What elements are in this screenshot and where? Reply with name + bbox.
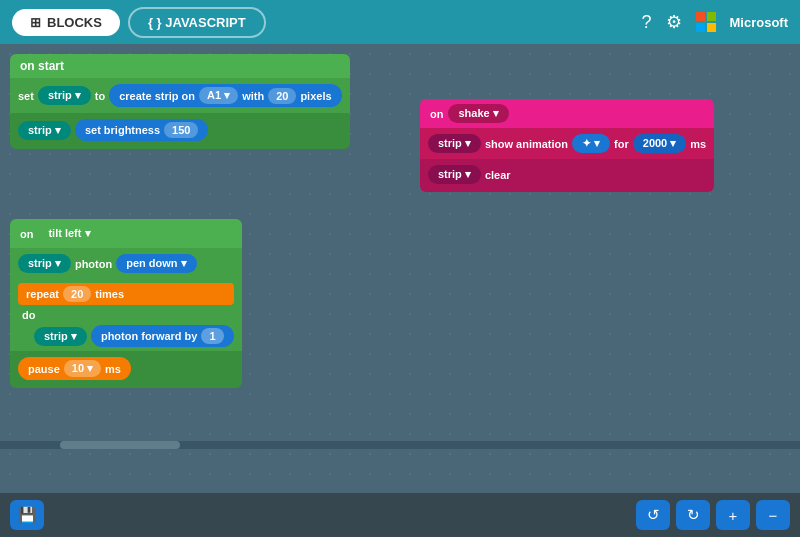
save-button[interactable]: 💾 [10, 500, 44, 530]
tab-blocks-button[interactable]: ⊞ BLOCKS [12, 9, 120, 36]
forward-value[interactable]: 1 [201, 328, 223, 344]
shake-pill[interactable]: shake ▾ [448, 104, 508, 123]
repeat-container: repeat 20 times do strip ▾ photon forwar… [10, 279, 242, 351]
pixels-value[interactable]: 20 [268, 88, 296, 104]
on-tilt-header: on tilt left ▾ [10, 219, 242, 248]
on-tilt-on-label: on [20, 228, 33, 240]
blocks-icon: ⊞ [30, 15, 41, 30]
do-section: do strip ▾ photon forward by 1 [18, 307, 234, 347]
clear-label: clear [485, 169, 511, 181]
photon-forward-row: strip ▾ photon forward by 1 [22, 325, 234, 347]
redo-icon: ↻ [687, 506, 700, 524]
gear-icon: ⚙ [666, 11, 682, 33]
strip-pill-4[interactable]: strip ▾ [34, 327, 87, 346]
set-label: set [18, 90, 34, 102]
header-right: ? ⚙ Microsoft [641, 11, 788, 33]
pause-row: pause 10 ▾ ms [18, 357, 234, 380]
photon-forward-pill[interactable]: photon forward by 1 [91, 325, 234, 347]
set-brightness-pill[interactable]: set brightness 150 [75, 119, 209, 141]
tilt-body: strip ▾ photon pen down ▾ [10, 248, 242, 279]
repeat-value[interactable]: 20 [63, 286, 91, 302]
star-pill[interactable]: ✦ ▾ [572, 134, 610, 153]
footer: 💾 ↺ ↻ + − [0, 493, 800, 537]
redo-button[interactable]: ↻ [676, 500, 710, 530]
help-icon: ? [641, 12, 651, 33]
zoom-in-button[interactable]: + [716, 500, 750, 530]
horizontal-scrollbar[interactable] [0, 441, 800, 449]
pause-value[interactable]: 10 ▾ [64, 360, 101, 377]
scrollbar-thumb[interactable] [60, 441, 180, 449]
on-start-header: on start [10, 54, 350, 78]
times-label: times [95, 288, 124, 300]
strip-pill-1[interactable]: strip ▾ [38, 86, 91, 105]
undo-icon: ↺ [647, 506, 660, 524]
on-start-body: set strip ▾ to create strip on A1 ▾ with… [10, 78, 350, 113]
ms-label: ms [690, 138, 706, 150]
footer-right: ↺ ↻ + − [636, 500, 790, 530]
tab-js-button[interactable]: { } JAVASCRIPT [128, 7, 266, 38]
ms-val-pill[interactable]: 2000 ▾ [633, 134, 687, 153]
on-shake-header: on shake ▾ [420, 99, 714, 128]
repeat-row: repeat 20 times [18, 283, 234, 305]
microsoft-logo [696, 12, 716, 32]
tilt-left-pill[interactable]: tilt left ▾ [38, 224, 100, 243]
show-animation-row: strip ▾ show animation ✦ ▾ for 2000 ▾ ms [428, 134, 706, 153]
help-button[interactable]: ? [641, 12, 651, 33]
on-start-label: on start [20, 59, 64, 73]
on-start-row1: set strip ▾ to create strip on A1 ▾ with… [18, 84, 342, 107]
tab-js-label: { } JAVASCRIPT [148, 15, 246, 30]
strip-pill-6[interactable]: strip ▾ [428, 165, 481, 184]
shake-row2: strip ▾ clear [420, 159, 714, 192]
to-label: to [95, 90, 105, 102]
shake-body: strip ▾ show animation ✦ ▾ for 2000 ▾ ms [420, 128, 714, 159]
tilt-footer: pause 10 ▾ ms [10, 351, 242, 388]
do-label: do [22, 307, 234, 323]
canvas: on start set strip ▾ to create strip on … [0, 44, 800, 493]
on-shake-on-label: on [430, 108, 443, 120]
zoom-out-button[interactable]: − [756, 500, 790, 530]
on-shake-group: on shake ▾ strip ▾ show animation ✦ ▾ fo… [420, 99, 714, 192]
pen-down-pill[interactable]: pen down ▾ [116, 254, 196, 273]
pin-value[interactable]: A1 ▾ [199, 87, 238, 104]
minus-icon: − [769, 507, 778, 524]
microsoft-label: Microsoft [730, 15, 789, 30]
footer-left: 💾 [10, 500, 44, 530]
clear-row: strip ▾ clear [428, 165, 706, 184]
show-label: show animation [485, 138, 568, 150]
tab-blocks-label: BLOCKS [47, 15, 102, 30]
brightness-value[interactable]: 150 [164, 122, 198, 138]
strip-pill-5[interactable]: strip ▾ [428, 134, 481, 153]
create-strip-pill[interactable]: create strip on A1 ▾ with 20 pixels [109, 84, 341, 107]
on-start-row2: strip ▾ set brightness 150 [10, 113, 350, 149]
strip-pill-2[interactable]: strip ▾ [18, 121, 71, 140]
strip-pill-3[interactable]: strip ▾ [18, 254, 71, 273]
photon-pen-row: strip ▾ photon pen down ▾ [18, 254, 234, 273]
on-tilt-left-group: on tilt left ▾ strip ▾ photon pen down ▾… [10, 219, 242, 388]
save-icon: 💾 [18, 506, 37, 524]
plus-icon: + [729, 507, 738, 524]
photon-label: photon [75, 258, 112, 270]
undo-button[interactable]: ↺ [636, 500, 670, 530]
brightness-row: strip ▾ set brightness 150 [18, 119, 342, 141]
on-start-group: on start set strip ▾ to create strip on … [10, 54, 350, 149]
for-label: for [614, 138, 629, 150]
settings-button[interactable]: ⚙ [666, 11, 682, 33]
header: ⊞ BLOCKS { } JAVASCRIPT ? ⚙ Microsoft [0, 0, 800, 44]
repeat-label: repeat [26, 288, 59, 300]
pause-pill[interactable]: pause 10 ▾ ms [18, 357, 131, 380]
